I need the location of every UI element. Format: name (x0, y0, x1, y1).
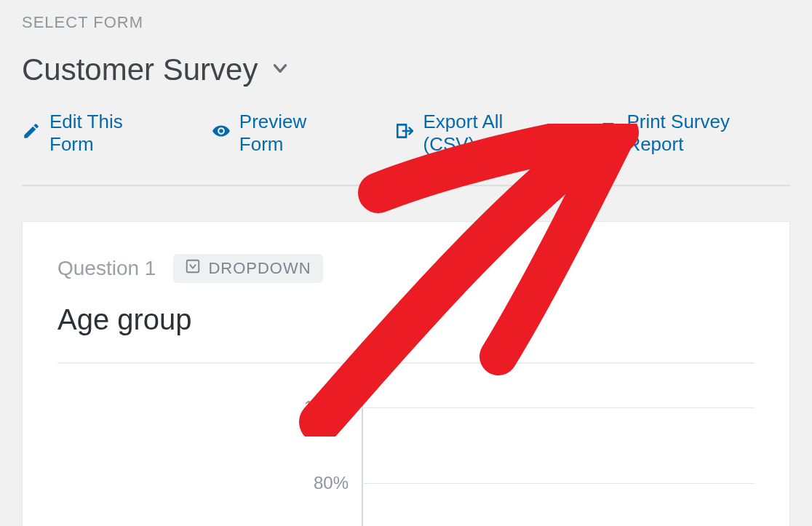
svg-rect-4 (187, 260, 199, 273)
print-report-link[interactable]: Print Survey Report (599, 111, 790, 156)
chart-y-axis-line (362, 405, 363, 526)
pencil-icon (22, 121, 41, 146)
caret-square-down-icon (185, 258, 201, 279)
divider (22, 185, 790, 186)
form-picker[interactable]: Customer Survey (22, 52, 290, 87)
export-csv-link[interactable]: Export All (CSV) (395, 111, 558, 156)
action-row: Edit This Form Preview Form Export All (… (22, 111, 790, 156)
field-type-badge-label: DROPDOWN (208, 259, 311, 278)
preview-form-label: Preview Form (239, 111, 355, 156)
question-title: Age group (57, 303, 755, 336)
question-number-label: Question 1 (57, 257, 156, 280)
chart-gridline (362, 407, 755, 408)
svg-rect-3 (605, 132, 613, 138)
preview-form-link[interactable]: Preview Form (212, 111, 355, 156)
form-picker-title: Customer Survey (22, 52, 258, 87)
question-card: Question 1 DROPDOWN Age group 100% 80 (22, 221, 790, 526)
eye-icon (212, 121, 231, 146)
export-icon (395, 121, 414, 146)
chevron-down-icon (271, 59, 290, 81)
card-divider (57, 362, 755, 364)
chart-area: 100% 80% 60% (57, 397, 755, 526)
select-form-label: SELECT FORM (22, 13, 790, 32)
export-csv-label: Export All (CSV) (423, 111, 558, 156)
chart-tick-100: 100% (57, 397, 349, 418)
chart-tick-80: 80% (57, 473, 349, 493)
svg-rect-2 (604, 124, 613, 127)
field-type-badge: DROPDOWN (173, 254, 322, 283)
edit-form-label: Edit This Form (49, 111, 171, 156)
printer-icon (599, 121, 618, 146)
chart-gridline (362, 483, 755, 484)
print-report-label: Print Survey Report (626, 111, 790, 156)
edit-form-link[interactable]: Edit This Form (22, 111, 171, 156)
